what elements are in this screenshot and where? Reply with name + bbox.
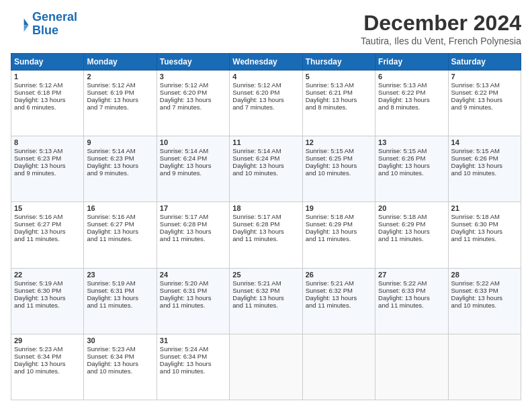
day-info-line: Daylight: 13 hours xyxy=(14,96,81,103)
calendar-cell: 26Sunrise: 5:21 AMSunset: 6:32 PMDayligh… xyxy=(302,268,375,334)
day-header-thursday: Thursday xyxy=(302,54,375,71)
day-info-line: Daylight: 13 hours xyxy=(160,96,226,103)
header: General Blue December 2024 Tautira, Iles… xyxy=(11,11,521,46)
day-info-line: Sunrise: 5:20 AM xyxy=(160,279,226,287)
day-info-line: Daylight: 13 hours xyxy=(87,360,153,367)
day-number: 16 xyxy=(87,204,153,212)
day-info-line: Sunrise: 5:12 AM xyxy=(87,81,153,89)
day-info-line: Daylight: 13 hours xyxy=(160,294,226,302)
day-info-line: Daylight: 13 hours xyxy=(378,228,445,235)
calendar-week-3: 15Sunrise: 5:16 AMSunset: 6:27 PMDayligh… xyxy=(11,202,521,268)
day-info-line: and 11 minutes. xyxy=(306,235,372,242)
day-info-line: and 7 minutes. xyxy=(232,103,299,111)
day-number: 27 xyxy=(378,271,445,279)
day-info-line: Sunset: 6:25 PM xyxy=(306,154,372,162)
day-info-line: Daylight: 13 hours xyxy=(451,96,518,103)
calendar-cell: 14Sunrise: 5:15 AMSunset: 6:26 PMDayligh… xyxy=(448,136,521,202)
day-info-line: and 7 minutes. xyxy=(87,103,153,111)
day-info-line: Daylight: 13 hours xyxy=(232,96,299,103)
day-info-line: Sunrise: 5:21 AM xyxy=(232,279,299,287)
calendar-cell: 28Sunrise: 5:22 AMSunset: 6:33 PMDayligh… xyxy=(448,268,521,334)
day-number: 2 xyxy=(87,73,153,81)
day-number: 23 xyxy=(87,271,153,279)
day-info-line: Sunset: 6:34 PM xyxy=(160,353,226,360)
day-info-line: Daylight: 13 hours xyxy=(232,228,299,235)
day-info-line: Sunset: 6:33 PM xyxy=(451,287,518,294)
day-info-line: Daylight: 13 hours xyxy=(160,228,226,235)
day-number: 11 xyxy=(232,138,299,146)
day-info-line: Sunrise: 5:13 AM xyxy=(451,81,518,89)
calendar-cell: 16Sunrise: 5:16 AMSunset: 6:27 PMDayligh… xyxy=(84,202,157,268)
calendar-cell: 3Sunrise: 5:12 AMSunset: 6:20 PMDaylight… xyxy=(157,71,229,136)
day-number: 19 xyxy=(306,204,372,212)
day-info-line: Sunset: 6:31 PM xyxy=(160,287,226,294)
day-number: 26 xyxy=(306,271,372,279)
calendar-cell: 19Sunrise: 5:18 AMSunset: 6:29 PMDayligh… xyxy=(302,202,375,268)
day-number: 4 xyxy=(232,73,299,81)
logo: General Blue xyxy=(11,11,77,38)
day-info-line: and 11 minutes. xyxy=(160,302,226,309)
calendar-cell: 12Sunrise: 5:15 AMSunset: 6:25 PMDayligh… xyxy=(302,136,375,202)
day-info-line: and 10 minutes. xyxy=(451,169,518,177)
day-number: 10 xyxy=(160,138,226,146)
day-info-line: Sunrise: 5:19 AM xyxy=(87,279,153,287)
day-number: 24 xyxy=(160,271,226,279)
month-title: December 2024 xyxy=(361,11,521,36)
day-info-line: Sunrise: 5:23 AM xyxy=(87,345,153,353)
calendar-cell: 23Sunrise: 5:19 AMSunset: 6:31 PMDayligh… xyxy=(84,268,157,334)
day-number: 13 xyxy=(378,138,445,146)
calendar-cell: 29Sunrise: 5:23 AMSunset: 6:34 PMDayligh… xyxy=(11,334,84,400)
day-info-line: Sunrise: 5:18 AM xyxy=(451,213,518,220)
day-number: 1 xyxy=(14,73,81,81)
day-info-line: Sunrise: 5:15 AM xyxy=(378,147,445,154)
day-info-line: Sunset: 6:23 PM xyxy=(14,154,81,162)
day-info-line: Sunrise: 5:24 AM xyxy=(160,345,226,353)
day-info-line: Sunrise: 5:16 AM xyxy=(87,213,153,220)
day-info-line: Sunset: 6:19 PM xyxy=(87,89,153,96)
day-info-line: Daylight: 13 hours xyxy=(14,162,81,169)
calendar-cell: 4Sunrise: 5:12 AMSunset: 6:20 PMDaylight… xyxy=(230,71,302,136)
day-info-line: and 9 minutes. xyxy=(14,169,81,177)
calendar-cell: 15Sunrise: 5:16 AMSunset: 6:27 PMDayligh… xyxy=(11,202,84,268)
day-header-saturday: Saturday xyxy=(448,54,521,71)
day-info-line: Sunset: 6:22 PM xyxy=(378,89,445,96)
svg-marker-0 xyxy=(24,18,29,25)
day-info-line: Sunrise: 5:19 AM xyxy=(14,279,81,287)
day-info-line: and 11 minutes. xyxy=(14,302,81,309)
day-info-line: Daylight: 13 hours xyxy=(87,96,153,103)
calendar-week-2: 8Sunrise: 5:13 AMSunset: 6:23 PMDaylight… xyxy=(11,136,521,202)
day-number: 8 xyxy=(14,138,81,146)
day-info-line: Sunrise: 5:22 AM xyxy=(378,279,445,287)
day-info-line: Sunset: 6:27 PM xyxy=(14,220,81,228)
day-info-line: Sunset: 6:23 PM xyxy=(87,154,153,162)
day-info-line: Sunrise: 5:14 AM xyxy=(232,147,299,154)
day-number: 12 xyxy=(306,138,372,146)
day-info-line: Daylight: 13 hours xyxy=(378,294,445,302)
day-info-line: and 10 minutes. xyxy=(378,169,445,177)
calendar-body: 1Sunrise: 5:12 AMSunset: 6:18 PMDaylight… xyxy=(11,71,521,400)
calendar-cell: 18Sunrise: 5:17 AMSunset: 6:28 PMDayligh… xyxy=(230,202,302,268)
day-number: 9 xyxy=(87,138,153,146)
day-info-line: Daylight: 13 hours xyxy=(14,294,81,302)
day-header-sunday: Sunday xyxy=(11,54,84,71)
logo-line2: Blue xyxy=(32,24,58,37)
day-header-monday: Monday xyxy=(84,54,157,71)
day-info-line: and 11 minutes. xyxy=(232,235,299,242)
day-info-line: Sunrise: 5:14 AM xyxy=(160,147,226,154)
day-header-wednesday: Wednesday xyxy=(230,54,302,71)
day-info-line: Sunrise: 5:17 AM xyxy=(232,213,299,220)
calendar-cell: 11Sunrise: 5:14 AMSunset: 6:24 PMDayligh… xyxy=(230,136,302,202)
calendar-week-1: 1Sunrise: 5:12 AMSunset: 6:18 PMDaylight… xyxy=(11,71,521,136)
day-info-line: and 10 minutes. xyxy=(451,302,518,309)
day-info-line: Sunrise: 5:17 AM xyxy=(160,213,226,220)
day-info-line: Daylight: 13 hours xyxy=(306,162,372,169)
calendar-header-row: SundayMondayTuesdayWednesdayThursdayFrid… xyxy=(11,54,521,71)
day-number: 25 xyxy=(232,271,299,279)
day-info-line: Daylight: 13 hours xyxy=(378,162,445,169)
page: General Blue December 2024 Tautira, Iles… xyxy=(0,0,532,411)
day-info-line: Sunset: 6:33 PM xyxy=(378,287,445,294)
calendar-cell xyxy=(302,334,375,400)
calendar-week-4: 22Sunrise: 5:19 AMSunset: 6:30 PMDayligh… xyxy=(11,268,521,334)
day-info-line: Sunset: 6:32 PM xyxy=(232,287,299,294)
day-number: 14 xyxy=(451,138,518,146)
